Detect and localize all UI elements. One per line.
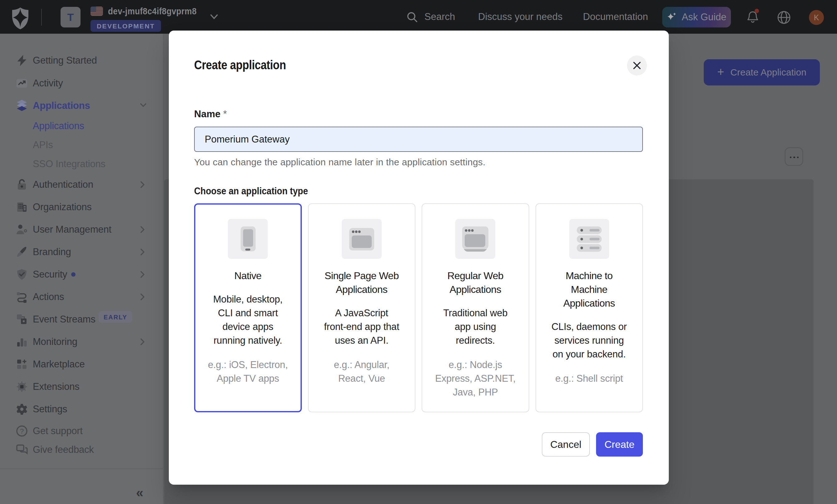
svg-text:?: ? (20, 427, 24, 435)
